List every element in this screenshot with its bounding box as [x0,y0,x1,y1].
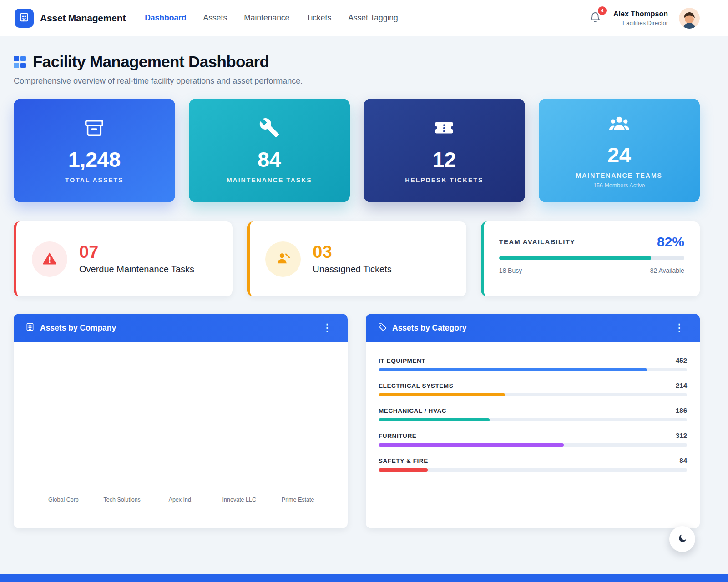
category-bar-fill [379,393,505,396]
category-row: ELECTRICAL SYSTEMS 214 [379,381,687,396]
unassigned-icon-circle [265,241,301,277]
nav-tickets[interactable]: Tickets [306,13,331,23]
category-bar-track [379,418,687,421]
footer-strip [0,574,728,582]
stat-cards-row: 1,248 TOTAL ASSETS 84 MAINTENANCE TASKS [14,99,700,202]
brand[interactable]: Asset Management [15,9,126,28]
category-value: 84 [679,457,687,464]
nav-maintenance[interactable]: Maintenance [244,13,289,23]
unassigned-tickets-card: 03 Unassigned Tickets [247,221,466,296]
warning-icon-circle [32,241,67,277]
category-label: SAFETY & FIRE [379,457,428,464]
team-icon [609,113,630,135]
brand-name: Asset Management [40,13,126,24]
nav-dashboard[interactable]: Dashboard [145,13,186,23]
dark-mode-toggle[interactable] [669,526,695,552]
company-x-axis-labels: Global Corp Tech Solutions Apex Ind. Inn… [34,497,327,503]
wrench-icon [259,117,280,140]
stat-label: MAINTENANCE TEAMS [576,172,662,179]
kebab-menu-icon[interactable]: ⋮ [671,321,688,335]
notification-badge: 4 [598,6,607,15]
moon-icon [677,533,688,546]
stat-value: 1,248 [68,147,121,172]
category-bar-fill [379,418,490,421]
stat-label: TOTAL ASSETS [65,176,124,184]
category-bar-fill [379,368,647,371]
charts-row: Assets by Company ⋮ Global Corp Tech Sol… [14,314,700,528]
stat-value: 84 [258,147,281,172]
x-label: Prime Estate [268,497,327,503]
category-bar-fill [379,468,428,472]
notifications-button[interactable]: 4 [588,10,602,26]
category-label: ELECTRICAL SYSTEMS [379,382,453,389]
x-label: Apex Ind. [152,497,210,503]
stat-card-maintenance-tasks: 84 MAINTENANCE TASKS [189,99,350,202]
category-bar-fill [379,443,564,447]
user-info[interactable]: Alex Thompson Facilities Director [613,10,668,26]
unassigned-label: Unassigned Tickets [313,264,391,275]
nav-assets[interactable]: Assets [203,13,228,23]
x-label: Tech Solutions [93,497,152,503]
category-value: 186 [676,406,687,414]
navbar-right: 4 Alex Thompson Facilities Director [588,8,700,29]
category-bar-track [379,393,687,396]
category-row: FURNITURE 312 [379,431,687,447]
category-value: 452 [676,356,687,364]
stat-card-maintenance-teams: 24 MAINTENANCE TEAMS 156 Members Active [539,99,700,202]
archive-box-icon [84,117,105,140]
user-name: Alex Thompson [613,10,668,18]
stat-label: HELPDESK TICKETS [405,176,483,184]
stat-value: 12 [433,147,456,172]
overdue-count: 07 [79,243,194,261]
availability-header: TEAM AVAILABILITY 82% [499,234,684,250]
availability-progress-track [499,256,684,260]
alert-cards-row: 07 Overdue Maintenance Tasks 03 Unassign… [14,221,700,296]
busy-count: 18 Busy [499,267,522,274]
building-icon [19,12,29,24]
tag-icon [378,322,387,333]
category-row: MECHANICAL / HVAC 186 [379,406,687,421]
unassigned-person-icon [275,251,291,268]
category-bar-track [379,443,687,447]
category-label: MECHANICAL / HVAC [379,407,446,414]
stat-card-helpdesk-tickets: 12 HELPDESK TICKETS [364,99,525,202]
dashboard-grid-icon [14,56,26,68]
assets-by-category-panel: Assets by Category ⋮ IT EQUIPMENT 452 EL… [366,314,700,528]
category-bar-track [379,468,687,472]
avatar[interactable] [679,8,700,29]
team-availability-card: TEAM AVAILABILITY 82% 18 Busy 82 Availab… [481,221,700,296]
x-label: Innovate LLC [210,497,268,503]
primary-nav: Dashboard Assets Maintenance Tickets Ass… [145,13,398,23]
category-bar-track [379,368,687,371]
category-row: IT EQUIPMENT 452 [379,356,687,371]
stat-sublabel: 156 Members Active [593,182,645,189]
top-navbar: Asset Management Dashboard Assets Mainte… [0,0,728,36]
category-label: FURNITURE [379,432,416,439]
availability-percent: 82% [657,234,684,250]
overdue-maintenance-card: 07 Overdue Maintenance Tasks [14,221,233,296]
unassigned-count: 03 [313,243,391,261]
brand-logo [15,9,34,28]
category-panel-title: Assets by Category [392,323,466,333]
kebab-menu-icon[interactable]: ⋮ [318,321,336,335]
availability-label: TEAM AVAILABILITY [499,238,576,246]
category-label: IT EQUIPMENT [379,357,425,364]
category-value: 214 [676,381,687,389]
category-value: 312 [676,431,687,439]
page-title: Facility Management Dashboard [33,53,269,71]
category-chart-area: IT EQUIPMENT 452 ELECTRICAL SYSTEMS 214 [366,342,700,472]
dashboard-page: Facility Management Dashboard Comprehens… [0,36,728,528]
ticket-icon [434,117,455,140]
page-header: Facility Management Dashboard [14,53,700,71]
bell-icon [590,16,601,24]
x-label: Global Corp [34,497,93,503]
page-subtitle: Comprehensive overview of real-time faci… [14,76,700,86]
company-panel-title: Assets by Company [40,323,116,333]
available-count: 82 Available [650,267,684,274]
building-icon [25,322,35,333]
alert-text: 07 Overdue Maintenance Tasks [79,243,194,275]
availability-progress-fill [499,256,651,260]
nav-asset-tagging[interactable]: Asset Tagging [348,13,398,23]
overdue-label: Overdue Maintenance Tasks [79,264,194,275]
company-panel-header: Assets by Company ⋮ [14,314,348,342]
